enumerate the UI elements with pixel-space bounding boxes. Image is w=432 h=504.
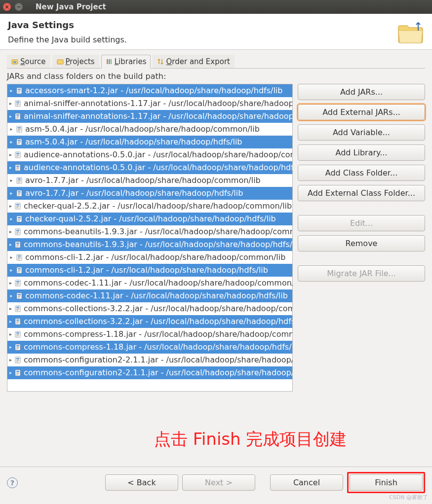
svg-rect-92 (16, 307, 19, 308)
expand-arrow-icon[interactable]: ▸ (9, 201, 12, 211)
expand-arrow-icon[interactable]: ▸ (9, 227, 12, 237)
svg-rect-24 (18, 130, 21, 130)
svg-rect-12 (16, 102, 19, 103)
expand-arrow-icon[interactable]: ▸ (9, 99, 12, 108)
svg-rect-1 (13, 61, 16, 63)
svg-rect-103 (16, 334, 19, 334)
add-external-class-folder-button[interactable]: Add External Class Folder... (298, 185, 425, 201)
next-button[interactable]: Next > (182, 474, 255, 491)
expand-arrow-icon[interactable]: ▸ (9, 163, 12, 173)
jar-item-label: commons-beanutils-1.9.3.jar - /usr/local… (24, 240, 292, 250)
expand-arrow-icon[interactable]: ▸ (9, 265, 13, 275)
jar-list-item[interactable]: ▸commons-beanutils-1.9.3.jar - /usr/loca… (7, 225, 292, 238)
svg-rect-119 (16, 373, 19, 374)
jar-list-item[interactable]: ▸avro-1.7.7.jar - /usr/local/hadoop/shar… (7, 187, 292, 200)
window-close-button[interactable] (3, 3, 11, 11)
jar-file-icon (15, 177, 23, 184)
jar-list-item[interactable]: ▸commons-codec-1.11.jar - /usr/local/had… (7, 289, 292, 302)
expand-arrow-icon[interactable]: ▸ (9, 355, 12, 365)
expand-arrow-icon[interactable]: ▸ (9, 278, 12, 288)
jar-list-item[interactable]: ▸commons-configuration2-2.1.1.jar - /usr… (7, 354, 292, 366)
expand-arrow-icon[interactable]: ▸ (9, 214, 13, 224)
finish-highlight: Finish (347, 472, 425, 493)
svg-rect-117 (16, 371, 19, 372)
jar-list-item[interactable]: ▸checker-qual-2.5.2.jar - /usr/local/had… (7, 200, 292, 213)
expand-arrow-icon[interactable]: ▸ (9, 304, 12, 314)
jar-list-item[interactable]: ▸audience-annotations-0.5.0.jar - /usr/l… (7, 161, 292, 174)
svg-rect-79 (18, 271, 21, 271)
jar-list-item[interactable]: ▸animal-sniffer-annotations-1.17.jar - /… (7, 110, 292, 123)
jar-list-item[interactable]: ▸avro-1.7.7.jar - /usr/local/hadoop/shar… (7, 174, 292, 187)
svg-rect-80 (18, 272, 20, 272)
migrate-jar-button[interactable]: Migrate JAR File... (298, 265, 425, 282)
jar-file-icon (15, 125, 23, 133)
jar-list-item[interactable]: ▸commons-collections-3.2.2.jar - /usr/lo… (7, 315, 292, 328)
jar-list-item[interactable]: ▸asm-5.0.4.jar - /usr/local/hadoop/share… (7, 136, 292, 148)
jar-item-label: commons-codec-1.11.jar - /usr/local/hado… (24, 278, 292, 288)
expand-arrow-icon[interactable]: ▸ (9, 150, 12, 160)
jar-item-label: checker-qual-2.5.2.jar - /usr/local/hado… (24, 201, 292, 211)
jar-list-item[interactable]: ▸commons-cli-1.2.jar - /usr/local/hadoop… (7, 264, 292, 277)
expand-arrow-icon[interactable]: ▸ (9, 111, 12, 121)
svg-rect-57 (18, 217, 21, 218)
jar-list-item[interactable]: ▸commons-collections-3.2.2.jar - /usr/lo… (7, 302, 292, 315)
add-library-button[interactable]: Add Library... (298, 144, 425, 161)
jar-list-item[interactable]: ▸animal-sniffer-annotations-1.17.jar - /… (7, 97, 292, 110)
jar-file-icon (15, 253, 23, 261)
jar-list-item[interactable]: ▸checker-qual-2.5.2.jar - /usr/local/had… (7, 213, 292, 225)
jar-file-icon (15, 266, 23, 274)
expand-arrow-icon[interactable]: ▸ (9, 188, 13, 198)
expand-arrow-icon[interactable]: ▸ (9, 176, 13, 185)
svg-rect-49 (18, 194, 21, 194)
jar-list-item[interactable]: ▸commons-compress-1.18.jar - /usr/local/… (7, 328, 292, 341)
remove-button[interactable]: Remove (298, 235, 425, 252)
tab-source[interactable]: Source (7, 55, 50, 68)
jar-list-item[interactable]: ▸commons-compress-1.18.jar - /usr/local/… (7, 341, 292, 354)
jar-list-item[interactable]: ▸audience-annotations-0.5.0.jar - /usr/l… (7, 148, 292, 161)
jar-list-item[interactable]: ▸commons-configuration2-2.1.1.jar - /usr… (7, 366, 292, 379)
cancel-button[interactable]: Cancel (270, 474, 343, 491)
expand-arrow-icon[interactable]: ▸ (9, 291, 13, 301)
help-icon[interactable]: ? (7, 477, 18, 488)
add-variable-button[interactable]: Add Variable... (298, 124, 425, 141)
jar-list-item[interactable]: ▸commons-cli-1.2.jar - /usr/local/hadoop… (7, 251, 292, 264)
add-jars-button[interactable]: Add JARs... (298, 84, 425, 100)
add-external-jars-button[interactable]: Add External JARs... (298, 104, 425, 120)
svg-rect-25 (18, 131, 20, 131)
tab-libraries[interactable]: Libraries (101, 55, 151, 69)
expand-arrow-icon[interactable]: ▸ (9, 137, 13, 147)
expand-arrow-icon[interactable]: ▸ (9, 252, 13, 262)
tab-projects[interactable]: Projects (52, 55, 99, 68)
svg-rect-23 (18, 129, 21, 129)
jar-list-item[interactable]: ▸commons-beanutils-1.9.3.jar - /usr/loca… (7, 238, 292, 251)
expand-arrow-icon[interactable]: ▸ (9, 317, 12, 326)
svg-rect-94 (16, 309, 19, 310)
svg-rect-65 (16, 233, 18, 234)
button-column: Add JARs... Add External JARs... Add Var… (298, 84, 425, 392)
svg-rect-29 (18, 143, 21, 143)
window-minimize-button[interactable] (15, 3, 23, 11)
list-caption: JARs and class folders on the build path… (7, 72, 425, 81)
tab-order-and-export[interactable]: Order and Export (153, 55, 235, 68)
edit-button[interactable]: Edit... (298, 215, 425, 231)
jar-item-label: commons-configuration2-2.1.1.jar - /usr/… (24, 355, 292, 365)
expand-arrow-icon[interactable]: ▸ (9, 86, 13, 96)
svg-rect-8 (18, 90, 21, 91)
svg-rect-37 (16, 166, 19, 167)
svg-rect-55 (16, 208, 18, 208)
jar-file-icon (15, 138, 23, 146)
svg-rect-98 (16, 321, 19, 322)
expand-arrow-icon[interactable]: ▸ (9, 124, 13, 134)
expand-arrow-icon[interactable]: ▸ (9, 329, 12, 339)
jar-list-item[interactable]: ▸accessors-smart-1.2.jar - /usr/local/ha… (7, 84, 292, 97)
jar-list[interactable]: ▸accessors-smart-1.2.jar - /usr/local/ha… (7, 84, 293, 392)
add-class-folder-button[interactable]: Add Class Folder... (298, 165, 425, 181)
expand-arrow-icon[interactable]: ▸ (9, 342, 12, 352)
expand-arrow-icon[interactable]: ▸ (9, 240, 12, 250)
finish-button[interactable]: Finish (350, 474, 423, 491)
jar-list-item[interactable]: ▸asm-5.0.4.jar - /usr/local/hadoop/share… (7, 123, 292, 136)
back-button[interactable]: < Back (105, 474, 178, 491)
jar-item-label: commons-beanutils-1.9.3.jar - /usr/local… (24, 227, 292, 237)
expand-arrow-icon[interactable]: ▸ (9, 368, 12, 378)
jar-list-item[interactable]: ▸commons-codec-1.11.jar - /usr/local/had… (7, 277, 292, 289)
